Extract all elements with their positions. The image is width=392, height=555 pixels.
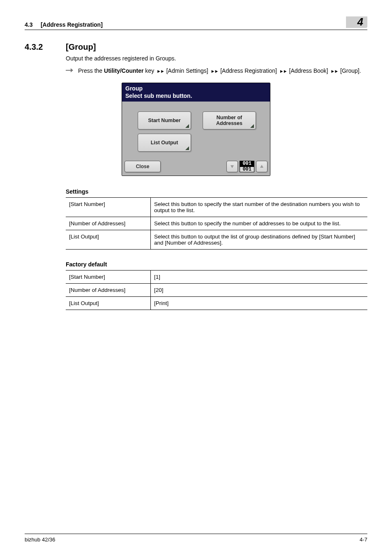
pager-control: 001 001 — [226, 161, 267, 172]
svg-marker-2 — [231, 165, 234, 168]
submenu-indicator-icon — [185, 146, 189, 150]
start-number-button[interactable]: Start Number — [138, 111, 191, 130]
close-button[interactable]: Close — [125, 161, 161, 172]
settings-table: [Start Number] Select this button to spe… — [66, 197, 367, 250]
number-of-addresses-button[interactable]: Number of Addresses — [203, 111, 256, 130]
breadcrumb-sep-icon: ►► — [157, 69, 164, 74]
svg-marker-1 — [71, 68, 73, 72]
table-row: [Number of Addresses] [20] — [66, 284, 367, 297]
svg-marker-3 — [260, 165, 263, 168]
table-row: [List Output] Select this button to outp… — [66, 230, 367, 250]
breadcrumb-sep-icon: ►► — [330, 69, 338, 74]
step-text: Press the Utility/Counter key ►► [Admin … — [78, 67, 361, 75]
defaults-table-title: Factory default — [66, 261, 367, 268]
arrow-up-icon — [259, 164, 264, 169]
chapter-tab: 4 — [346, 16, 367, 28]
footer-page-number: 4-7 — [360, 536, 367, 543]
pager-down-button[interactable] — [226, 161, 238, 172]
pager-up-button[interactable] — [256, 161, 267, 172]
submenu-indicator-icon — [185, 124, 189, 128]
table-row: [Start Number] [1] — [66, 271, 367, 284]
defaults-table: [Start Number] [1] [Number of Addresses]… — [66, 270, 367, 310]
settings-table-title: Settings — [66, 188, 367, 195]
header-section-title: [Address Registration] — [41, 21, 103, 28]
footer-product: bizhub 42/36 — [25, 536, 55, 543]
section-title: [Group] — [66, 42, 96, 52]
breadcrumb-sep-icon: ►► — [279, 69, 287, 74]
submenu-indicator-icon — [250, 124, 254, 128]
page-header: 4.3 [Address Registration] 4 — [25, 16, 367, 30]
pager-indicator: 001 001 — [240, 161, 254, 172]
page-footer: bizhub 42/36 4-7 — [25, 534, 367, 543]
header-section-number: 4.3 — [25, 21, 32, 28]
section-intro: Output the addresses registered in Group… — [66, 55, 367, 62]
device-panel: Group Select sub menu button. Start Numb… — [122, 83, 270, 176]
arrow-down-icon — [230, 164, 235, 169]
breadcrumb-sep-icon: ►► — [211, 69, 218, 74]
section-heading: 4.3.2 [Group] — [25, 42, 367, 52]
panel-title: Group — [122, 83, 270, 92]
procedure-step: Press the Utility/Counter key ►► [Admin … — [66, 67, 367, 75]
panel-subtitle: Select sub menu button. — [122, 92, 270, 102]
step-arrow-icon — [66, 67, 73, 73]
section-number: 4.3.2 — [25, 42, 66, 52]
header-left: 4.3 [Address Registration] — [25, 21, 103, 28]
table-row: [Start Number] Select this button to spe… — [66, 198, 367, 217]
list-output-button[interactable]: List Output — [138, 134, 191, 152]
table-row: [List Output] [Print] — [66, 297, 367, 310]
table-row: [Number of Addresses] Select this button… — [66, 217, 367, 230]
